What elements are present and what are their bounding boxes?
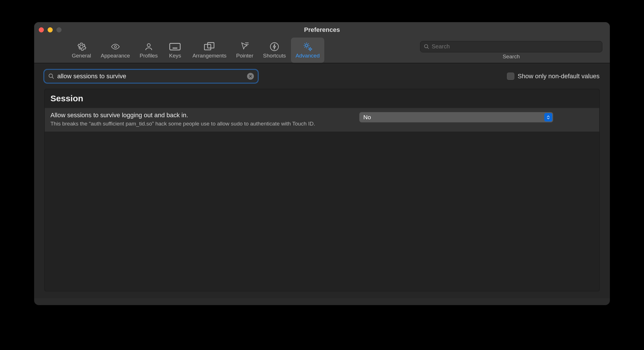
toolbar-search-input[interactable] [432,43,599,50]
tab-shortcuts[interactable]: Shortcuts [258,38,290,63]
show-non-default-row[interactable]: Show only non-default values [507,73,600,80]
cursor-icon [239,42,251,52]
tab-appearance[interactable]: Appearance [96,38,134,63]
tab-label: General [72,53,91,59]
svg-point-0 [114,46,117,48]
svg-point-14 [309,48,311,50]
tab-profiles[interactable]: Profiles [135,38,162,63]
toolbar-tabs: General Appearance Profiles Keys [67,38,324,63]
svg-point-13 [305,44,308,47]
person-icon [143,42,155,52]
window-title: Preferences [34,26,610,34]
svg-line-16 [427,47,429,49]
select-value: No [363,114,371,121]
tab-arrangements[interactable]: Arrangements [188,38,231,63]
section-header: Session [45,89,599,108]
toolbar-search-label: Search [503,53,520,60]
filter-bar: Show only non-default values [44,70,600,83]
windows-icon [203,42,215,52]
toolbar-search: Search [417,38,605,63]
tab-advanced[interactable]: Advanced [291,38,324,63]
tab-label: Arrangements [192,53,226,59]
tab-label: Advanced [295,53,320,59]
titlebar: Preferences [34,22,610,38]
settings-panel: Session Allow sessions to survive loggin… [44,89,600,291]
show-non-default-checkbox[interactable] [507,73,514,80]
search-icon [48,73,54,79]
tab-label: Profiles [140,53,158,59]
eye-icon [109,42,121,52]
svg-point-1 [147,44,150,47]
content-area: Show only non-default values Session All… [34,63,610,298]
tab-keys[interactable]: Keys [163,38,187,63]
svg-point-12 [270,43,278,51]
tab-pointer[interactable]: Pointer [232,38,258,63]
filter-search-field[interactable] [44,70,258,83]
tab-label: Keys [169,53,181,59]
keyboard-icon [169,42,181,52]
gears-icon [302,42,314,52]
zoom-button[interactable] [56,27,62,32]
gear-icon [76,42,87,52]
tab-general[interactable]: General [67,38,96,63]
search-icon [424,44,429,50]
tab-label: Shortcuts [263,53,286,59]
clear-search-button[interactable] [247,73,254,80]
setting-select[interactable]: No [359,112,553,122]
select-arrows-icon [544,113,552,122]
close-button[interactable] [39,27,44,32]
setting-title: Allow sessions to survive logging out an… [50,112,352,119]
svg-point-15 [425,44,428,48]
svg-rect-2 [170,43,180,50]
setting-description: This breaks the “auth sufficient pam_tid… [50,120,352,127]
window-controls [39,27,62,32]
setting-row: Allow sessions to survive logging out an… [45,108,599,132]
tab-label: Appearance [101,53,130,59]
toolbar: General Appearance Profiles Keys [34,38,610,63]
svg-line-18 [52,77,54,79]
toolbar-search-field[interactable] [420,41,602,52]
show-non-default-label: Show only non-default values [518,73,600,80]
svg-point-17 [49,74,53,78]
preferences-window: Preferences General Appearance Profiles [34,22,610,305]
setting-text: Allow sessions to survive logging out an… [50,112,352,127]
filter-search-input[interactable] [57,73,244,80]
tab-label: Pointer [236,53,253,59]
bolt-circle-icon [268,42,280,52]
minimize-button[interactable] [48,27,53,32]
